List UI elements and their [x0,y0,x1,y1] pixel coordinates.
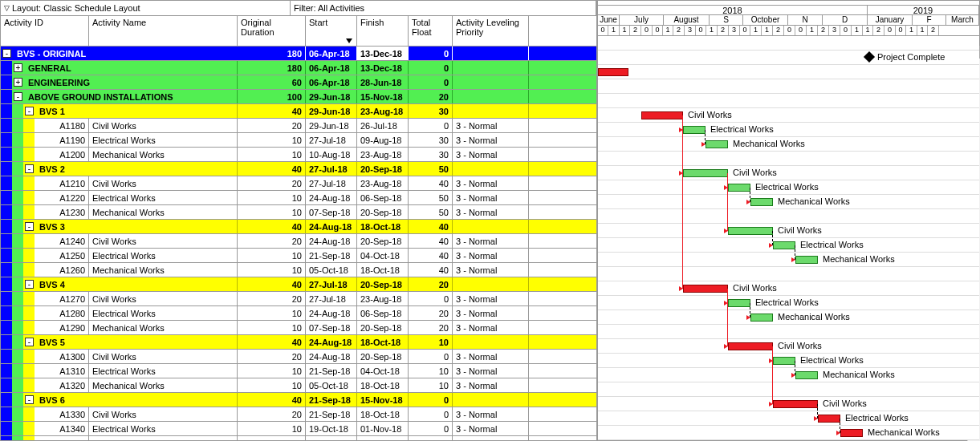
timeline-week: 1 [762,26,773,36]
activity-row[interactable]: A1270 Civil Works 20 27-Jul-18 23-Aug-18… [1,292,596,306]
group-row[interactable]: - BVS 3 40 24-Aug-18 18-Oct-18 40 [1,220,596,234]
gantt-bar[interactable] [795,256,818,264]
gantt-body[interactable]: Project CompleteCivil WorksElectrical Wo… [598,36,979,440]
timeline-week: 1 [852,26,863,36]
timeline-week: 2 [873,26,884,36]
group-row[interactable]: + ENGINEERING 60 06-Apr-18 28-Jun-18 0 [1,75,596,90]
gantt-bar[interactable] [750,314,773,322]
layout-selector[interactable]: ▽ Layout: Classic Schedule Layout [1,1,291,15]
gantt-row: Electrical Works [598,296,979,310]
gantt-bar[interactable] [728,184,750,192]
activity-row[interactable]: A1250 Electrical Works 10 21-Sep-18 04-O… [1,249,596,263]
gantt-bar[interactable] [683,285,728,293]
group-row[interactable]: - ABOVE GROUND INSTALLATIONS 100 29-Jun-… [1,90,596,104]
group-row[interactable]: - BVS 4 40 27-Jul-18 20-Sep-18 20 [1,277,596,292]
gantt-bar[interactable] [683,169,728,177]
gantt-row [598,267,979,281]
col-start[interactable]: Start [306,16,357,46]
gantt-timeline-header: 20182019 JuneJulyAugustSOctoberNDJanuary… [598,6,979,36]
activity-row[interactable]: A1240 Civil Works 20 24-Aug-18 20-Sep-18… [1,234,596,249]
timeline-week: 2 [818,26,829,36]
col-activity-name[interactable]: Activity Name [89,16,238,46]
table-body: - BVS - ORIGINAL 180 06-Apr-18 13-Dec-18… [1,47,596,440]
filter-selector[interactable]: Filter: All Activities [291,1,596,15]
gantt-bar[interactable] [750,198,773,206]
gantt-bar-label: Civil Works [733,168,777,177]
collapse-toggle[interactable]: + [14,78,22,87]
collapse-toggle[interactable]: - [25,222,34,231]
collapse-toggle[interactable]: + [14,63,22,72]
timeline-week: 0 [784,26,795,36]
gantt-bar[interactable] [641,111,683,119]
activity-row[interactable]: A1190 Electrical Works 10 27-Jul-18 09-A… [1,133,596,148]
gantt-bar[interactable] [818,415,840,423]
timeline-week: 2 [673,26,685,36]
collapse-toggle[interactable]: - [25,280,34,289]
group-row[interactable]: + GENERAL 180 06-Apr-18 13-Dec-18 0 [1,61,596,75]
group-row[interactable]: - BVS 2 40 27-Jul-18 20-Sep-18 50 [1,162,596,176]
collapse-toggle[interactable]: - [14,92,22,101]
timeline-year: 2018 [598,6,868,15]
timeline-week: 2 [773,26,784,36]
activity-row[interactable]: A1290 Mechanical Works 10 07-Sep-18 20-S… [1,321,596,335]
gantt-bar[interactable] [728,342,773,350]
group-row[interactable]: - BVS - ORIGINAL 180 06-Apr-18 13-Dec-18… [1,47,596,61]
timeline-week: 0 [740,26,750,36]
col-activity-id[interactable]: Activity ID [1,16,89,46]
activity-table-pane: ▽ Layout: Classic Schedule Layout Filter… [1,1,598,440]
timeline-month: F [913,15,946,26]
gantt-row [598,79,979,94]
gantt-bar[interactable] [683,126,706,134]
gantt-bar[interactable] [728,227,773,235]
filter-label: Filter: All Activities [294,3,364,13]
collapse-toggle[interactable]: - [2,49,11,58]
gantt-row: Electrical Works [598,411,979,426]
activity-row[interactable]: A1200 Mechanical Works 10 10-Aug-18 23-A… [1,148,596,162]
milestone-icon[interactable] [864,51,875,63]
collapse-toggle[interactable]: - [25,107,34,115]
collapse-toggle[interactable]: - [25,338,34,346]
activity-row[interactable]: A1320 Mechanical Works 10 05-Oct-18 18-O… [1,378,596,393]
group-row[interactable]: - BVS 6 40 21-Sep-18 15-Nov-18 0 [1,393,596,407]
gantt-bar[interactable] [728,299,750,307]
gantt-bar[interactable] [706,140,728,148]
activity-row[interactable]: A1230 Mechanical Works 10 07-Sep-18 20-S… [1,205,596,220]
gantt-bar[interactable] [773,241,795,249]
gantt-bar[interactable] [795,371,818,379]
gantt-row: Electrical Works [598,238,979,253]
gantt-row: Civil Works [598,397,979,411]
gantt-bar[interactable] [840,429,863,437]
group-row[interactable]: - BVS 5 40 24-Aug-18 18-Oct-18 10 [1,335,596,350]
col-finish[interactable]: Finish [357,16,409,46]
activity-row[interactable]: A1330 Civil Works 20 21-Sep-18 18-Oct-18… [1,407,596,422]
timeline-week: 0 [884,26,896,36]
col-float[interactable]: Total Float [409,16,453,46]
gantt-row [598,209,979,224]
gantt-bar[interactable] [773,400,818,408]
col-duration[interactable]: Original Duration [238,16,306,46]
activity-row[interactable]: A1300 Civil Works 20 24-Aug-18 20-Sep-18… [1,350,596,364]
activity-row[interactable]: A1220 Electrical Works 10 24-Aug-18 06-S… [1,191,596,205]
collapse-toggle[interactable]: - [25,164,34,173]
gantt-bar-label: Electrical Works [710,124,774,134]
timeline-week: 2 [630,26,641,36]
gantt-bar[interactable] [598,68,628,76]
col-priority[interactable]: Activity Leveling Priority [453,16,529,46]
activity-row[interactable]: A1310 Electrical Works 10 21-Sep-18 04-O… [1,364,596,378]
timeline-month: S [710,15,743,26]
timeline-week: 0 [696,26,706,36]
activity-row[interactable]: A1180 Civil Works 20 29-Jun-18 26-Jul-18… [1,119,596,133]
activity-row[interactable]: A1350 Mechanical Works 10 02-Nov-18 15-N… [1,436,596,440]
gantt-bar[interactable] [773,357,795,365]
timeline-week: 0 [641,26,653,36]
activity-row[interactable]: A1210 Civil Works 20 27-Jul-18 23-Aug-18… [1,176,596,191]
group-row[interactable]: - BVS 1 40 29-Jun-18 23-Aug-18 30 [1,104,596,119]
activity-row[interactable]: A1340 Electrical Works 10 19-Oct-18 01-N… [1,422,596,436]
activity-row[interactable]: A1260 Mechanical Works 10 05-Oct-18 18-O… [1,263,596,277]
timeline-week: 0 [653,26,663,36]
collapse-toggle[interactable]: - [25,395,34,404]
timeline-week: 1 [663,26,673,36]
activity-row[interactable]: A1280 Electrical Works 10 24-Aug-18 06-S… [1,306,596,321]
gantt-row: Project Complete [598,51,979,65]
gantt-row [598,325,979,339]
